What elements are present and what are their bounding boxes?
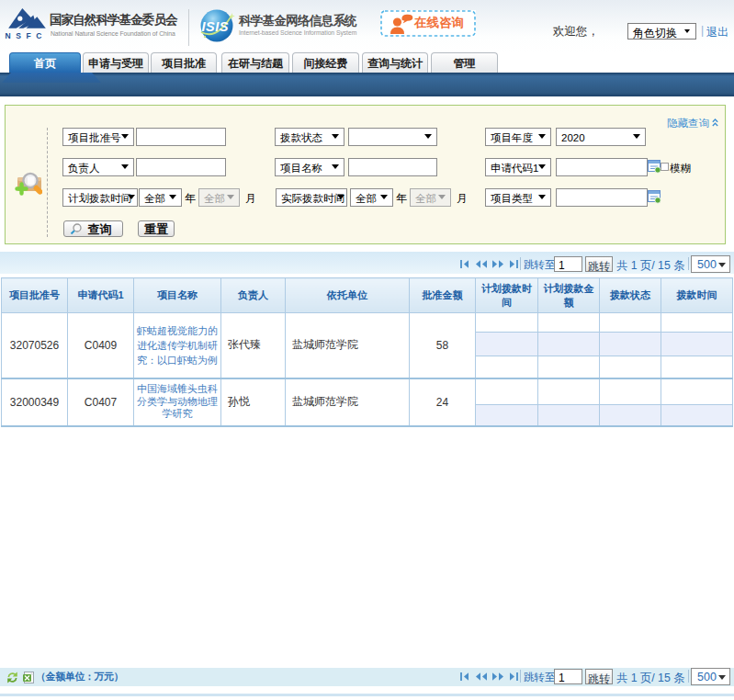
svg-text:NSFC: NSFC xyxy=(6,31,48,40)
svg-text:ISIS: ISIS xyxy=(202,19,229,34)
